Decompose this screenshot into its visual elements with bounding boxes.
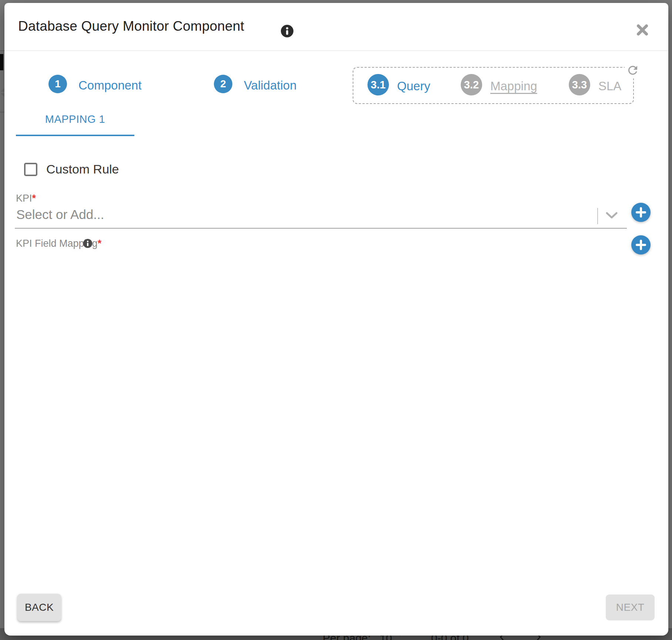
step-1-circle[interactable]: 1 xyxy=(48,75,67,93)
kpi-select-separator xyxy=(597,208,598,224)
step-3-1-circle[interactable]: 3.1 xyxy=(367,74,389,95)
step-3-2-label[interactable]: Mapping xyxy=(490,79,537,93)
kpi-select-placeholder: Select or Add... xyxy=(16,207,104,222)
tab-mapping-1-label: MAPPING 1 xyxy=(16,113,134,125)
close-icon[interactable] xyxy=(635,23,650,37)
kpi-select-input[interactable]: Select or Add... xyxy=(15,203,627,229)
step-3-2-circle[interactable]: 3.2 xyxy=(461,74,482,95)
step-3-3-label[interactable]: SLA xyxy=(598,79,621,93)
back-button[interactable]: BACK xyxy=(17,594,61,621)
add-kpi-field-mapping-button[interactable] xyxy=(631,235,651,255)
refresh-icon[interactable] xyxy=(625,62,641,78)
next-button[interactable]: NEXT xyxy=(606,594,655,620)
custom-rule-checkbox[interactable] xyxy=(24,163,37,176)
info-icon[interactable] xyxy=(83,239,93,248)
dialog-header: Database Query Monitor Component xyxy=(4,3,668,51)
custom-rule-label: Custom Rule xyxy=(46,162,119,176)
step-3-1-label[interactable]: Query xyxy=(397,79,430,93)
step-1-label[interactable]: Component xyxy=(78,78,142,92)
tab-mapping-1[interactable]: MAPPING 1 xyxy=(16,106,134,136)
tab-active-indicator xyxy=(16,135,134,136)
step-2-circle[interactable]: 2 xyxy=(214,75,232,93)
info-icon[interactable] xyxy=(280,24,294,38)
add-kpi-button[interactable] xyxy=(631,203,651,222)
kpi-label-text: KPI xyxy=(16,193,32,204)
database-query-monitor-dialog: Database Query Monitor Component 1 Compo… xyxy=(4,3,668,636)
step-3-3-circle[interactable]: 3.3 xyxy=(569,74,590,95)
dialog-title: Database Query Monitor Component xyxy=(18,18,244,34)
kpi-required-marker: * xyxy=(32,193,36,204)
chevron-down-icon[interactable] xyxy=(605,211,618,220)
step-2-label[interactable]: Validation xyxy=(244,78,297,92)
kpi-field-mapping-required-marker: * xyxy=(98,238,102,249)
custom-rule-row[interactable]: Custom Rule xyxy=(24,162,119,176)
